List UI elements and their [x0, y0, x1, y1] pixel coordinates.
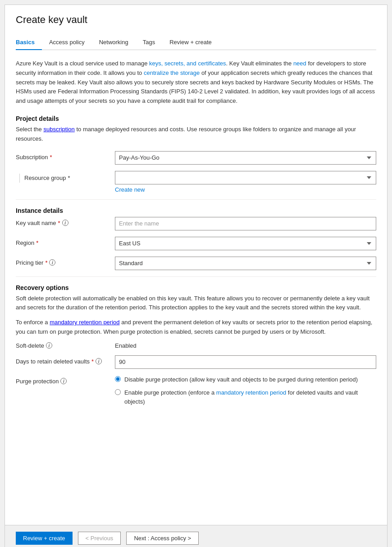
page-container: Create key vault Basics Access policy Ne… — [5, 5, 387, 547]
soft-delete-value: Enabled — [115, 342, 137, 349]
days-retain-control — [115, 355, 376, 369]
days-retain-info-icon[interactable]: i — [96, 358, 102, 364]
soft-delete-label: Soft-delete i — [16, 342, 115, 349]
subscription-label: Subscription * — [16, 151, 115, 161]
subscription-required: * — [50, 154, 52, 161]
resource-group-control: Create new — [115, 171, 376, 193]
purge-desc-seg1: To enforce a — [16, 319, 50, 326]
mandatory-purge-link[interactable]: mandatory retention period — [216, 389, 286, 396]
purge-protection-group: Purge protection i Disable purge protect… — [16, 375, 376, 406]
region-select[interactable]: East US — [115, 237, 376, 250]
subscription-control: Pay-As-You-Go — [115, 151, 376, 165]
kvname-required: * — [58, 220, 60, 226]
soft-delete-row: Soft-delete i Enabled — [16, 342, 376, 349]
region-group: Region * East US — [16, 237, 376, 250]
purge-protection-control: Disable purge protection (allow key vaul… — [115, 375, 376, 406]
key-vault-name-control — [115, 217, 376, 230]
tab-review-create[interactable]: Review + create — [169, 35, 219, 50]
tab-tags[interactable]: Tags — [143, 35, 162, 50]
purge-desc: To enforce a mandatory retention period … — [16, 318, 376, 337]
purge-disable-radio[interactable] — [115, 376, 121, 382]
days-retain-label: Days to retain deleted vaults * i — [16, 355, 115, 365]
purge-protection-label: Purge protection i — [16, 375, 115, 385]
purge-protection-radio-group: Disable purge protection (allow key vaul… — [115, 375, 376, 406]
instance-details-section: Instance details Key vault name * i Regi… — [16, 207, 376, 270]
days-retain-group: Days to retain deleted vaults * i — [16, 355, 376, 369]
subscription-group: Subscription * Pay-As-You-Go — [16, 151, 376, 165]
days-retain-required: * — [91, 358, 94, 365]
purge-protection-info-icon[interactable]: i — [60, 378, 67, 384]
purge-enable-label: Enable purge protection (enforce a manda… — [124, 388, 376, 406]
pricing-tier-required: * — [45, 259, 47, 266]
purge-enable-text-seg1: Enable purge protection (enforce a — [124, 389, 216, 396]
divider-1 — [16, 199, 376, 200]
soft-delete-info-icon[interactable]: i — [46, 342, 52, 349]
recovery-options-title: Recovery options — [16, 284, 376, 291]
project-desc-seg1: Select the — [16, 126, 43, 133]
pricing-tier-control: Standard — [115, 257, 376, 270]
purge-enable-radio[interactable] — [115, 389, 121, 395]
tab-networking[interactable]: Networking — [99, 35, 136, 50]
pricing-tier-group: Pricing tier * i Standard — [16, 257, 376, 270]
review-create-button[interactable]: Review + create — [16, 532, 73, 545]
instance-details-title: Instance details — [16, 207, 376, 214]
subscription-link[interactable]: subscription — [43, 126, 74, 133]
soft-delete-desc-seg1: Soft delete protection will automaticall… — [16, 295, 369, 311]
project-details-desc: Select the subscription to manage deploy… — [16, 125, 376, 144]
subscription-select[interactable]: Pay-As-You-Go — [115, 151, 376, 165]
page-title: Create key vault — [16, 14, 376, 26]
tab-basics[interactable]: Basics — [16, 35, 42, 50]
resource-group-select[interactable] — [115, 171, 376, 184]
resource-group-group: Resource group * Create new — [16, 171, 376, 193]
soft-delete-desc: Soft delete protection will automaticall… — [16, 294, 376, 313]
key-vault-name-label: Key vault name * i — [16, 217, 115, 226]
days-retain-input[interactable] — [115, 355, 376, 369]
intro-description: Azure Key Vault is a cloud service used … — [16, 59, 376, 106]
main-content: Create key vault Basics Access policy Ne… — [5, 5, 387, 525]
resource-group-label: Resource group * — [16, 171, 115, 183]
recovery-options-section: Recovery options Soft delete protection … — [16, 284, 376, 406]
next-button[interactable]: Next : Access policy > — [126, 532, 199, 545]
purge-disable-label: Disable purge protection (allow key vaul… — [124, 375, 358, 384]
create-new-resource-group-link[interactable]: Create new — [115, 186, 145, 193]
region-control: East US — [115, 237, 376, 250]
pricing-tier-select[interactable]: Standard — [115, 257, 376, 270]
keys-link[interactable]: keys, secrets, and certificates — [149, 60, 226, 67]
purge-enable-option[interactable]: Enable purge protection (enforce a manda… — [115, 388, 376, 406]
footer: Review + create < Previous Next : Access… — [5, 525, 387, 547]
resource-group-required: * — [68, 175, 70, 181]
tab-access-policy[interactable]: Access policy — [49, 35, 92, 50]
purge-disable-option[interactable]: Disable purge protection (allow key vaul… — [115, 375, 376, 384]
divider-2 — [16, 276, 376, 277]
previous-button[interactable]: < Previous — [78, 532, 121, 545]
key-vault-name-info-icon[interactable]: i — [62, 220, 68, 226]
intro-text-segment1: Azure Key Vault is a cloud service used … — [16, 60, 149, 67]
centralize-link[interactable]: centralize the storage — [144, 69, 200, 76]
region-required: * — [36, 239, 38, 246]
need-link[interactable]: need — [293, 60, 306, 67]
tab-bar: Basics Access policy Networking Tags Rev… — [16, 35, 376, 50]
pricing-tier-info-icon[interactable]: i — [49, 259, 55, 266]
project-details-section: Project details Select the subscription … — [16, 115, 376, 193]
project-details-title: Project details — [16, 115, 376, 122]
pricing-tier-label: Pricing tier * i — [16, 257, 115, 266]
key-vault-name-group: Key vault name * i — [16, 217, 376, 230]
mandatory-link[interactable]: mandatory retention period — [50, 319, 119, 326]
region-label: Region * — [16, 237, 115, 246]
intro-text-segment2: . Key Vault eliminates the — [226, 60, 293, 67]
key-vault-name-input[interactable] — [115, 217, 376, 230]
